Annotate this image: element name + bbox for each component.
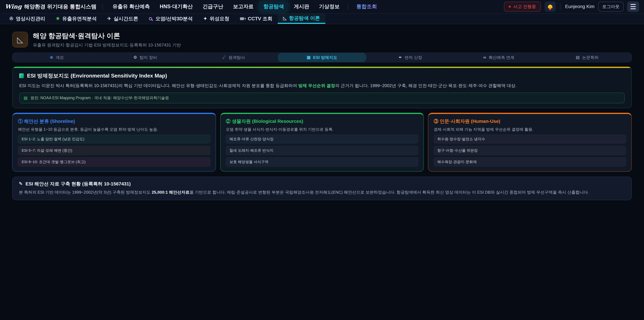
source-note: ▤ 원전: NOAA ESI Mapping Program · 국내 적용: … [19,93,625,103]
tab-remote-sensing[interactable]: ☄ 원격탐사 [190,53,278,62]
tab-papers-patents[interactable]: ▤ 논문특허 [543,53,632,62]
subnav-satellite-request[interactable]: ✦ 위성요청 [198,14,234,24]
tab-label: 확산예측 연계 [488,55,514,60]
menu-reports[interactable]: 보고자료 [229,1,258,12]
card-title: ② 생물자원 (Biological Resources) [226,118,418,125]
tab-label: 개요 [56,55,64,60]
esi-description-highlight: 방제 우선순위 결정 [298,83,335,88]
menu-weather-info[interactable]: 기상정보 [315,1,344,12]
divider [102,3,103,10]
magnifier-icon [149,17,152,21]
incident-status-badge[interactable]: 사고 진행중 [504,2,541,12]
coastline-data-status-panel: ✎ ESI 해안선 자료 구축 현황 (등록특허 10-1567431) 본 특… [12,177,632,200]
sub-nav: ✇ 영상사진관리 ✳ 유출유면적분석 ✈ 실시간드론 오염/선박3D분석 ✦ 위… [0,14,644,24]
triangle-ruler-icon: ◺ [283,16,286,21]
subnav-label: CCTV 조회 [248,16,272,22]
card-human-use: ③ 인문·사회자원 (Human-Use) 경제·사회적 피해 가능 지역을 방… [428,113,632,172]
list-item: ESI 8~10: 조간대·갯벌·맹그로브 (최고) [18,157,210,166]
subnav-realtime-drone[interactable]: ✈ 실시간드론 [102,14,144,24]
drone-icon: ✈ [107,17,111,21]
user-name: Eunjeong Kim [565,4,594,9]
card-shoreline: ① 해안선 분류 (Shoreline) 해안선 유형을 1~10 등급으로 분… [12,113,216,172]
subnav-pollution-ship-3d[interactable]: 오염/선박3D분석 [144,14,198,24]
camera-icon: ✇ [10,17,13,21]
list-item: 보호 해양생물 서식구역 [226,157,418,166]
incident-label: 사고 진행중 [513,4,536,10]
divider [348,3,348,10]
bottom-section-title: ESI 해안선 자료 구축 현황 (등록특허 10-1567431) [26,181,131,187]
esi-info-panel: ESI 방제정보지도 (Environmental Sensitivity In… [12,67,632,108]
tab-label: 원격탐사 [228,55,245,60]
note-books-icon: ▤ [24,96,28,100]
subnav-label: 유출유면적분석 [62,16,97,22]
menu-aerial-search[interactable]: 항공탐색 [259,1,288,12]
list-item: 해조류·어류 산란장·양식장 [226,135,418,144]
pen-nib-icon: ✒ [399,55,402,59]
link-icon: ∞ [483,55,486,59]
menu-board[interactable]: 게시판 [290,1,313,12]
tab-diffusion-link[interactable]: ∞ 확산예측 연계 [455,53,543,62]
hamburger-icon [630,4,636,5]
map-icon: ▦ [307,55,310,59]
app-title: 해양환경 위기대응 통합시스템 [24,3,96,10]
incident-dot-icon [509,6,511,8]
page-header: ◺ 해양 항공탐색·원격탐사 이론 유출유 원격탐지·항공감시 기법·ESI 방… [12,31,632,48]
tab-overview[interactable]: ⊕ 개요 [12,53,101,62]
list-item: ESI 5~7: 자갈·모래 해변 (중간) [18,146,210,155]
card-biological-resources: ② 생물자원 (Biological Resources) 오염 취약 생물 서… [220,113,424,172]
bell-icon [548,5,552,9]
books-icon: ▤ [576,55,580,59]
page-icon-triangle-ruler: ◺ [12,32,28,47]
source-note-text: 원전: NOAA ESI Mapping Program · 국내 적용: 해양… [30,95,169,101]
menu-hns-diffusion[interactable]: HNS·대기확산 [156,1,197,12]
main-menu: 유출유 확산예측 HNS·대기확산 긴급구난 보고자료 항공탐색 게시판 기상정… [108,1,381,12]
menu-oil-spill-prediction[interactable]: 유출유 확산예측 [108,1,154,12]
card-description: 해안선 유형을 1~10 등급으로 분류. 등급이 높을수록 오염 취약·방제 … [18,127,210,132]
page-subtitle: 유출유 원격탐지·항공감시 기법·ESI 방제정보지도·등록특허 10-1567… [33,42,181,48]
bottom-paragraph-pre: 본 특허의 ESI 기반 데이터는 1999~2002년(약 3년) 구축된 방… [19,190,152,194]
subnav-oil-area-analysis[interactable]: ✳ 유출유면적분석 [51,14,102,24]
subnav-aerial-search-theory[interactable]: ◺ 항공탐색 이론 [278,14,325,24]
hamburger-menu-button[interactable] [627,1,639,12]
subnav-label: 항공탐색 이론 [289,15,320,22]
bottom-paragraph-post: 를 기반으로 합니다. 매립·준설공사로 변형된 부분은 국립해양조사원 전자해… [190,190,589,194]
menu-integrated-search[interactable]: 통합조회 [352,1,381,12]
tab-esi-map[interactable]: ▦ ESI 방제지도 [278,53,366,62]
tab-label: 논문특허 [582,55,598,60]
top-bar: Wing 해양환경 위기대응 통합시스템 유출유 확산예측 HNS·대기확산 긴… [0,0,644,14]
main-content: ◺ 해양 항공탐색·원격탐사 이론 유출유 원격탐지·항공감시 기법·ESI 방… [0,31,644,200]
esi-description-pre: ESI 지도는 이문진 박사 특허(등록특허 10-1567431)의 핵심 기… [19,83,298,88]
globe-icon: ⊕ [50,55,53,59]
list-item: 해수욕장·관광지·문화재 [434,157,626,166]
tab-area-estimation[interactable]: ✒ 면적 산정 [366,53,455,62]
tab-label: 면적 산정 [404,55,422,60]
subnav-label: 오염/선박3D분석 [156,16,193,22]
esi-description: ESI 지도는 이문진 박사 특허(등록특허 10-1567431)의 핵심 기… [19,83,625,89]
card-title: ③ 인문·사회자원 (Human-Use) [434,118,626,125]
tab-label: ESI 방제지도 [313,55,337,60]
subnav-label: 위성요청 [210,16,230,22]
cctv-camera-icon [240,17,244,20]
page-title: 해양 항공탐색·원격탐사 이론 [33,31,181,41]
section-tabs: ⊕ 개요 ⚙ 탐지 장비 ☄ 원격탐사 ▦ ESI 방제지도 ✒ 면적 산정 ∞… [12,53,632,62]
puzzle-icon: ✳ [56,17,60,21]
satellite-star-icon: ✦ [204,17,207,21]
esi-category-cards: ① 해안선 분류 (Shoreline) 해안선 유형을 1~10 등급으로 분… [12,113,632,172]
list-item: 취수원·정수장·발전소 냉각수 [434,135,626,144]
gradient-strip [12,67,631,68]
tab-detection-equipment[interactable]: ⚙ 탐지 장비 [101,53,189,62]
gear-icon: ⚙ [133,55,137,59]
card-title: ① 해안선 분류 (Shoreline) [18,118,210,125]
green-book-icon [19,73,24,78]
notifications-button[interactable] [544,2,556,12]
subnav-photo-management[interactable]: ✇ 영상사진관리 [4,14,50,24]
menu-emergency-rescue[interactable]: 긴급구난 [198,1,227,12]
app-logo: Wing 해양환경 위기대응 통합시스템 [5,3,96,10]
tab-label: 탐지 장비 [140,55,157,60]
logout-button[interactable]: 로그아웃 [598,2,624,12]
card-description: 오염 취약 생물 서식지·번식지·이동경로를 위치 기반으로 등록. [226,127,418,132]
subnav-label: 실시간드론 [114,16,138,22]
subnav-label: 영상사진관리 [16,16,45,22]
comet-icon: ☄ [222,55,226,59]
subnav-cctv[interactable]: CCTV 조회 [234,14,278,24]
